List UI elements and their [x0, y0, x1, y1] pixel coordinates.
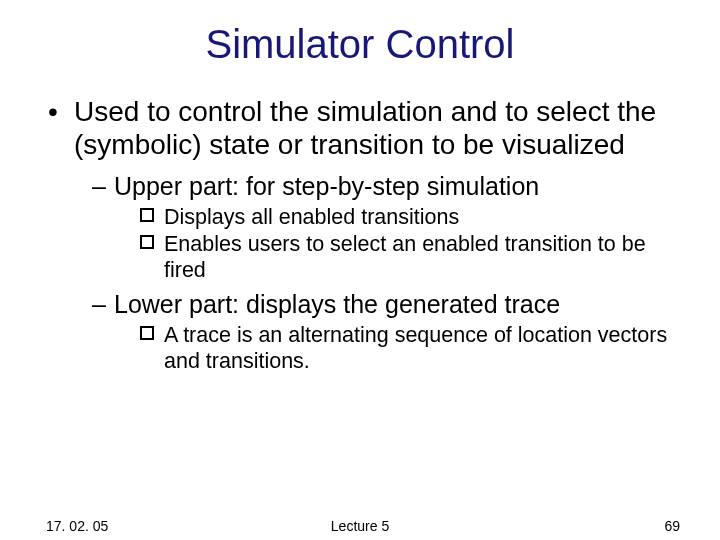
footer-lecture: Lecture 5 — [0, 518, 720, 534]
bullet-list-level2: Upper part: for step-by-step simulation … — [74, 171, 674, 374]
bullet-text: Used to control the simulation and to se… — [74, 96, 656, 160]
list-item: Enables users to select an enabled trans… — [140, 232, 674, 283]
square-bullet-icon — [140, 235, 154, 249]
bullet-list-level1: Used to control the simulation and to se… — [46, 95, 674, 374]
list-item: Used to control the simulation and to se… — [46, 95, 674, 374]
bullet-list-level3: A trace is an alternating sequence of lo… — [114, 323, 674, 374]
bullet-text: Displays all enabled transitions — [164, 205, 459, 229]
slide-body: Used to control the simulation and to se… — [0, 95, 720, 374]
list-item: Displays all enabled transitions — [140, 205, 674, 230]
footer-page-number: 69 — [664, 518, 680, 534]
slide: Simulator Control Used to control the si… — [0, 0, 720, 540]
slide-title: Simulator Control — [0, 0, 720, 77]
square-bullet-icon — [140, 326, 154, 340]
bullet-text: Lower part: displays the generated trace — [114, 290, 560, 318]
bullet-text: Upper part: for step-by-step simulation — [114, 172, 539, 200]
list-item: A trace is an alternating sequence of lo… — [140, 323, 674, 374]
list-item: Upper part: for step-by-step simulation … — [92, 171, 674, 283]
bullet-text: Enables users to select an enabled trans… — [164, 232, 646, 281]
bullet-list-level3: Displays all enabled transitions Enables… — [114, 205, 674, 283]
bullet-text: A trace is an alternating sequence of lo… — [164, 323, 667, 372]
list-item: Lower part: displays the generated trace… — [92, 289, 674, 374]
square-bullet-icon — [140, 208, 154, 222]
